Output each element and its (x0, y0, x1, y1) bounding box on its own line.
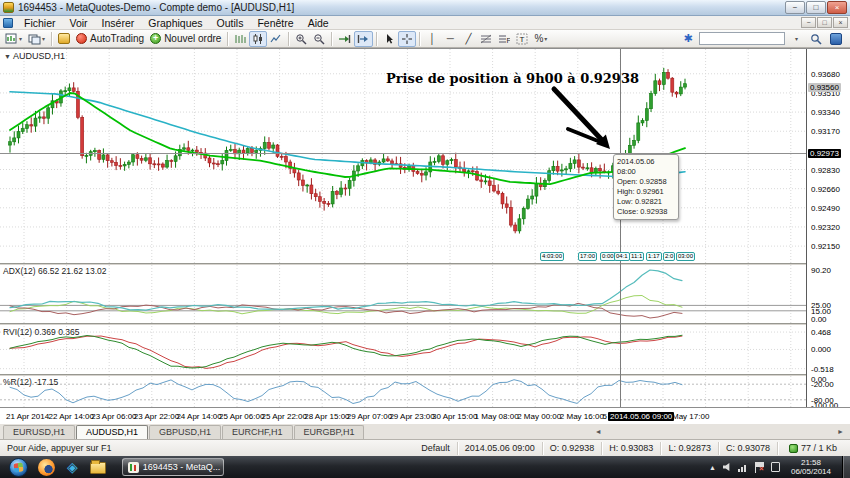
zoom-out-button[interactable] (310, 31, 328, 47)
horizontal-line-tool[interactable]: ─ (441, 31, 459, 47)
tab-scroll-left-icon[interactable]: ◄ (595, 428, 602, 435)
rvi-plot[interactable] (0, 326, 806, 374)
fibonacci-tool[interactable] (477, 31, 495, 47)
taskbar-clock[interactable]: 21:58 06/05/2014 (791, 458, 831, 476)
time-axis-label: 22 Apr 14:00 (49, 412, 94, 421)
chart-annotation-text[interactable]: Prise de position à 9h00 à 0.92938 (386, 71, 639, 86)
tooltip-low: Low: 0.92821 (617, 197, 675, 207)
autotrading-button[interactable]: AutoTrading (73, 31, 147, 47)
chart-tab-eurusd-h1[interactable]: EURUSD,H1 (3, 425, 75, 439)
vertical-line-tool[interactable]: │ (423, 31, 441, 47)
new-chart-button[interactable]: ▾ (2, 31, 25, 47)
hidden-icons-chevron[interactable]: ▲ (709, 464, 716, 471)
object-time-tag: 04:1 (614, 252, 630, 261)
text-tool[interactable]: T (513, 31, 531, 47)
rvi-panel[interactable]: RVI(12) 0.369 0.365 (0, 326, 806, 374)
clock-time: 21:58 (791, 458, 831, 467)
indicators-button[interactable]: ✱ (679, 31, 697, 47)
mdi-close-button[interactable]: × (833, 17, 848, 28)
chat-icon (830, 33, 842, 45)
clock-date: 06/05/2014 (791, 467, 831, 476)
adx-plot[interactable] (0, 265, 806, 323)
network-icon[interactable] (738, 463, 748, 472)
chart-document-icon[interactable] (3, 18, 13, 28)
profiles-button[interactable]: ▾ (25, 31, 48, 47)
search-dropdown-button[interactable]: ▾ (787, 31, 805, 47)
object-time-tag: 2:0 (663, 252, 675, 261)
new-order-label: Nouvel ordre (164, 33, 221, 44)
price-axis[interactable]: 0.936800.935100.933400.931700.928300.926… (806, 49, 850, 407)
volume-icon[interactable] (723, 463, 731, 471)
line-chart-button[interactable] (267, 31, 285, 47)
collapse-triangle-icon[interactable]: ▼ (4, 53, 11, 60)
percent-r-axis-label: -20.00 (811, 380, 834, 389)
bar-chart-button[interactable] (231, 31, 249, 47)
symbol-search-input[interactable] (699, 32, 785, 45)
fibonacci-expansion-tool[interactable]: F (495, 31, 513, 47)
time-axis[interactable]: 21 Apr 201422 Apr 14:0023 Apr 06:0023 Ap… (0, 407, 850, 424)
explorer-icon[interactable] (90, 462, 106, 474)
chart-shift-button[interactable] (354, 31, 373, 47)
chart-shift-icon (357, 33, 370, 45)
action-center-flag-icon[interactable] (755, 462, 764, 473)
chart-tab-eurgbp-h1[interactable]: EURGBP,H1 (294, 425, 365, 439)
chart-tab-gbpusd-h1[interactable]: GBPUSD,H1 (149, 425, 221, 439)
mdi-minimize-button[interactable]: − (801, 17, 816, 28)
percent-r-plot[interactable] (0, 376, 806, 407)
connection-status: 77 / 1 Kb (782, 442, 844, 455)
window-title: 1694453 - MetaQuotes-Demo - Compte demo … (18, 2, 294, 13)
status-profile[interactable]: Default (414, 442, 458, 455)
community-chat-button[interactable] (827, 31, 845, 47)
price-axis-label: 0.92660 (811, 185, 840, 194)
minimize-button[interactable]: − (785, 1, 805, 14)
menu-fenêtre[interactable]: Fenêtre (250, 16, 300, 30)
close-button[interactable]: × (827, 1, 847, 14)
arrows-tool[interactable]: %▾ (531, 31, 550, 47)
windows-taskbar: ◈ 1694453 - MetaQ... ▲ 21:58 06/05/2014 (0, 456, 850, 478)
zoom-out-icon (313, 33, 325, 45)
rvi-axis-label: 0.000 (811, 345, 831, 354)
crosshair-tool-button[interactable] (398, 31, 416, 47)
tab-scroll-right-icon[interactable]: ► (837, 428, 844, 435)
percent-r-label: %R(12) -17.15 (3, 377, 58, 387)
menu-voir[interactable]: Voir (63, 16, 95, 30)
show-desktop-button[interactable] (842, 456, 850, 478)
chart-area: ▼AUDUSD,H1 Prise de position à 9h00 à 0.… (0, 48, 850, 423)
candlestick-chart-button[interactable] (249, 31, 267, 47)
price-axis-label: 0.93340 (811, 108, 840, 117)
svg-text:F: F (507, 37, 511, 44)
firefox-icon[interactable] (38, 459, 55, 476)
search-button[interactable] (807, 31, 825, 47)
auto-scroll-button[interactable] (335, 31, 354, 47)
main-chart-panel[interactable]: ▼AUDUSD,H1 Prise de position à 9h00 à 0.… (0, 49, 806, 263)
menu-outils[interactable]: Outils (210, 16, 251, 30)
chart-tab-audusd-h1[interactable]: AUDUSD,H1 (76, 425, 148, 439)
menu-aide[interactable]: Aide (301, 16, 336, 30)
cursor-tool-button[interactable] (380, 31, 398, 47)
status-high: H: 0.93083 (602, 442, 661, 455)
tooltip-close: Close: 0.92938 (617, 207, 675, 217)
chart-tab-eurchf-h1[interactable]: EURCHF,H1 (222, 425, 293, 439)
start-button[interactable] (9, 458, 28, 477)
mdi-restore-button[interactable]: □ (817, 17, 832, 28)
tray-app-icon[interactable] (771, 462, 780, 472)
new-order-button[interactable]: + Nouvel ordre (147, 31, 224, 47)
menu-fichier[interactable]: Fichier (17, 16, 63, 30)
adx-panel[interactable]: ADX(12) 66.52 21.62 13.02 (0, 265, 806, 323)
crosshair-vertical-line (620, 49, 621, 407)
trendline-tool[interactable]: ╱ (459, 31, 477, 47)
traffic-text: 77 / 1 Kb (801, 442, 837, 455)
highlighted-time-label: 2014.05.06 09:00 (608, 412, 674, 421)
metatrader-task-button[interactable]: 1694453 - MetaQ... (122, 458, 224, 476)
menu-graphiques[interactable]: Graphiques (141, 16, 209, 30)
time-axis-label: 2 May 16:00 (560, 412, 604, 421)
time-axis-label: 25 Apr 06:00 (219, 412, 264, 421)
ask-price-marker: 0.93560 (808, 83, 841, 92)
autotrading-label: AutoTrading (90, 33, 144, 44)
menu-insérer[interactable]: Insérer (95, 16, 142, 30)
percent-r-panel[interactable]: %R(12) -17.15 (0, 376, 806, 407)
zoom-in-button[interactable] (292, 31, 310, 47)
metaeditor-button[interactable] (55, 31, 73, 47)
app-diamond-icon[interactable]: ◈ (67, 459, 78, 476)
restore-button[interactable]: □ (806, 1, 826, 14)
